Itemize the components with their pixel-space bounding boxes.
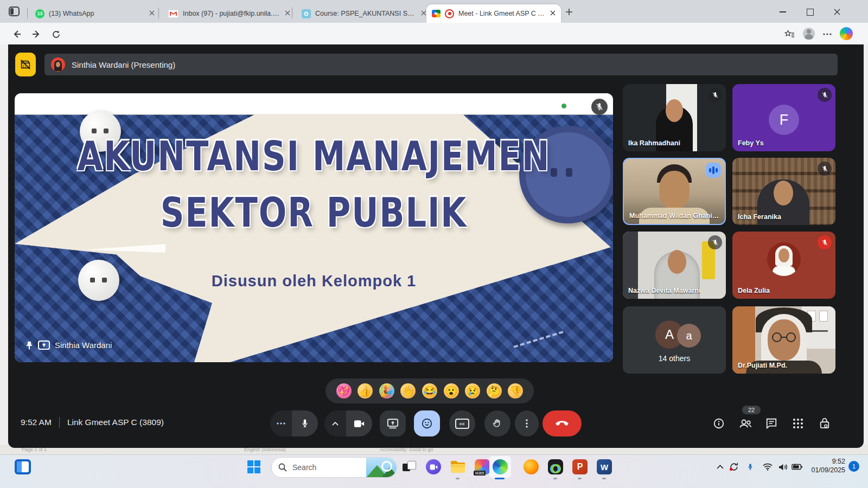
tab-title: Meet - Link Gmeet ASP C (38: [458, 10, 546, 17]
presentation-tile[interactable]: AKUNTANSI MANAJEMEN SEKTOR PUBLIK Disusu…: [15, 93, 613, 362]
recording-warning-button[interactable]: [15, 53, 36, 76]
mic-muted-icon: [818, 235, 832, 249]
tray-wifi-icon[interactable]: [762, 461, 774, 473]
tab-meet-active[interactable]: Meet - Link Gmeet ASP C (38: [426, 4, 561, 23]
letter-avatar: F: [769, 105, 799, 135]
more-options-button[interactable]: [515, 410, 539, 436]
taskbar-search[interactable]: Search: [271, 457, 397, 478]
camera-options-icon[interactable]: [324, 410, 346, 436]
mic-muted-icon: [818, 88, 832, 102]
chat-button[interactable]: [765, 417, 778, 430]
present-button[interactable]: [380, 410, 406, 436]
participant-name: Feby Ys: [738, 139, 764, 147]
favorites-bar-icon[interactable]: [782, 27, 796, 41]
active-app-indicator: [495, 478, 505, 479]
tab-course[interactable]: Course: PSPE_AKUNTANSI SEKTO: [296, 4, 432, 23]
search-placeholder: Search: [292, 463, 366, 472]
photo-avatar: [767, 242, 801, 276]
camera-button[interactable]: [346, 410, 372, 436]
new-tab-button[interactable]: [562, 7, 576, 17]
slide-subtitle: Disusun oleh Kelompok 1: [15, 272, 613, 290]
participant-tile-others[interactable]: A a 14 others: [623, 306, 726, 374]
taskbar-pinned-app-icon[interactable]: [14, 458, 31, 476]
tab-gmail[interactable]: Inbox (97) - pujiati@fkip.unila.ac.i: [163, 4, 296, 23]
activities-grid-button[interactable]: [792, 417, 805, 430]
running-app-indicator: [456, 478, 459, 479]
participant-tile-dela[interactable]: Dela Zulia: [732, 232, 835, 299]
mic-control[interactable]: [270, 410, 318, 436]
chat-app-icon[interactable]: [425, 458, 442, 476]
weather-widget-thumbnail[interactable]: [366, 458, 397, 477]
reaction-cry[interactable]: 😢: [465, 383, 480, 399]
reaction-clap[interactable]: 👋: [400, 383, 416, 399]
host-controls-button[interactable]: [818, 417, 831, 430]
reaction-party[interactable]: 🎉: [379, 383, 394, 399]
recording-indicator-icon: [445, 9, 454, 18]
window-minimize-button[interactable]: [775, 7, 791, 17]
participant-tile-ika[interactable]: Ika Rahmadhani: [623, 84, 726, 151]
tab-search-icon[interactable]: [8, 5, 21, 17]
window-close-button[interactable]: [829, 7, 845, 17]
captions-button[interactable]: cc: [449, 410, 475, 436]
tab-close-icon[interactable]: [285, 10, 290, 17]
tab-whatsapp[interactable]: 13 (13) WhatsApp: [30, 4, 160, 23]
screen: 13 (13) WhatsApp Inbox (97) - pujiati@fk…: [0, 0, 868, 488]
refresh-button[interactable]: [49, 27, 63, 41]
profile-avatar[interactable]: [803, 28, 815, 40]
reaction-heart[interactable]: 💖: [336, 383, 352, 399]
mic-options-icon[interactable]: [270, 410, 292, 436]
firefox-icon[interactable]: [522, 458, 540, 476]
participant-tile-pujiati[interactable]: Dr.Pujiati M.Pd.: [732, 306, 835, 374]
participant-name: Muhammad Wildan Ghani…: [629, 212, 719, 220]
raise-hand-button[interactable]: [484, 410, 510, 436]
reaction-joy[interactable]: 😂: [422, 383, 437, 399]
window-maximize-button[interactable]: [802, 7, 818, 17]
word-icon[interactable]: W: [596, 458, 613, 476]
tray-volume-icon[interactable]: [777, 461, 789, 473]
background-window-edge: [864, 44, 868, 445]
person-face: [659, 171, 690, 210]
m365-badge: M365: [474, 471, 486, 476]
reaction-thumbs-up[interactable]: 👍: [358, 383, 373, 399]
people-button[interactable]: [739, 417, 752, 430]
task-view-icon[interactable]: [400, 458, 418, 476]
back-button[interactable]: [10, 27, 24, 41]
presenter-avatar: [51, 57, 65, 72]
reaction-thinking[interactable]: 🤔: [487, 383, 502, 399]
m365-copilot-icon[interactable]: M365: [474, 458, 491, 476]
participant-name: Nazwa Devita Mawarni: [628, 287, 700, 294]
participant-tile-feby[interactable]: F Feby Ys: [732, 84, 835, 151]
tray-sync-recording-icon[interactable]: [728, 461, 740, 473]
tray-microphone-icon[interactable]: [744, 461, 756, 473]
tab-close-icon[interactable]: [550, 10, 556, 17]
webex-icon[interactable]: [547, 458, 564, 476]
meeting-details-button[interactable]: [712, 417, 725, 430]
participant-tile-icha[interactable]: Icha Feranika: [732, 158, 835, 225]
reaction-surprised[interactable]: 😮: [444, 383, 459, 399]
end-call-button[interactable]: [542, 410, 582, 436]
copilot-icon[interactable]: [840, 27, 853, 40]
reactions-button-active[interactable]: [414, 410, 440, 436]
file-explorer-icon[interactable]: [449, 458, 467, 476]
browser-menu-icon[interactable]: [820, 27, 834, 41]
powerpoint-icon[interactable]: P: [571, 458, 589, 476]
tab-close-icon[interactable]: [149, 10, 155, 17]
tray-chevron-up-icon[interactable]: [714, 461, 726, 473]
tab-close-icon[interactable]: [421, 10, 426, 17]
course-site-icon: [302, 9, 311, 18]
reaction-thumbs-down[interactable]: 👎: [508, 383, 523, 399]
mic-button[interactable]: [292, 410, 318, 436]
meeting-name: Link Gmeet ASP C (3809): [67, 418, 164, 427]
running-app-indicator: [553, 478, 557, 479]
powerpoint-letter: P: [572, 459, 588, 474]
participant-tile-nazwa[interactable]: Nazwa Devita Mawarni: [623, 232, 726, 299]
taskbar-clock[interactable]: 9:52 01/09/2025: [797, 457, 845, 474]
start-button[interactable]: [245, 458, 263, 476]
notification-badge[interactable]: 1: [848, 461, 859, 472]
google-meet-icon: [432, 10, 441, 17]
participant-tile-muhammad[interactable]: Muhammad Wildan Ghani…: [623, 158, 726, 225]
camera-control[interactable]: [324, 410, 372, 436]
present-icon: [38, 341, 50, 350]
forward-button[interactable]: [29, 27, 43, 41]
edge-browser-icon[interactable]: [492, 458, 509, 476]
